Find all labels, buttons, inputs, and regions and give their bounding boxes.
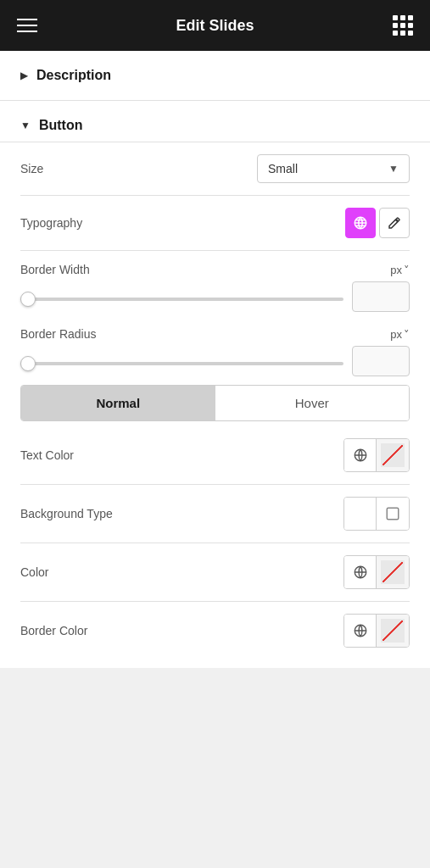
button-section: ▼ Button Size Small ▼ Typography <box>0 101 430 668</box>
border-width-label: Border Width <box>20 263 90 276</box>
strike-box <box>381 443 405 467</box>
border-color-row: Border Color <box>0 602 430 659</box>
background-type-controls <box>343 497 410 531</box>
border-width-unit-chevron: ˅ <box>404 264 410 276</box>
text-color-label: Text Color <box>20 448 74 462</box>
border-color-label: Border Color <box>20 624 87 637</box>
background-type-image-icon[interactable] <box>377 498 409 530</box>
size-row: Size Small ▼ <box>0 142 430 195</box>
state-tab-group: Normal Hover <box>20 385 410 421</box>
border-radius-input[interactable] <box>352 346 410 376</box>
hover-tab[interactable]: Hover <box>215 386 410 420</box>
description-section-header[interactable]: ▶ Description <box>0 51 430 100</box>
border-radius-slider[interactable] <box>20 362 343 365</box>
text-color-clear-icon[interactable] <box>377 439 409 471</box>
border-color-controls <box>343 614 410 648</box>
border-width-slider-row <box>0 281 430 312</box>
button-section-title: Button <box>39 118 83 133</box>
typography-edit-icon[interactable] <box>379 208 410 238</box>
color-row: Color <box>0 543 430 601</box>
border-width-unit-selector[interactable]: px ˅ <box>390 264 410 276</box>
size-dropdown-value: Small <box>268 162 298 175</box>
border-radius-unit: px <box>390 328 402 341</box>
color-label: Color <box>20 565 48 579</box>
text-color-controls <box>343 438 410 472</box>
border-radius-header: Border Radius px ˅ <box>0 315 430 346</box>
paint-svg <box>354 507 367 520</box>
border-width-slider[interactable] <box>20 298 343 301</box>
background-type-label: Background Type <box>20 507 113 520</box>
svg-rect-2 <box>387 508 399 520</box>
border-color-clear-icon[interactable] <box>377 615 409 647</box>
border-radius-unit-selector[interactable]: px ˅ <box>390 328 410 341</box>
button-section-header[interactable]: ▼ Button <box>0 101 430 142</box>
border-radius-unit-chevron: ˅ <box>404 328 410 341</box>
button-arrow-icon: ▼ <box>20 120 31 131</box>
border-color-global-icon[interactable] <box>344 615 377 647</box>
border-width-unit: px <box>390 264 402 276</box>
border-width-header: Border Width px ˅ <box>0 251 430 281</box>
background-type-row: Background Type <box>0 485 430 542</box>
typography-controls <box>345 208 410 238</box>
border-width-slider-container <box>20 289 343 304</box>
hamburger-menu-icon[interactable] <box>17 19 37 32</box>
border-radius-label: Border Radius <box>20 327 97 341</box>
globe-outline-svg <box>353 448 368 463</box>
image-svg <box>385 506 400 521</box>
page-title: Edit Slides <box>176 17 254 35</box>
color-global-icon[interactable] <box>344 556 377 588</box>
description-section-title: Description <box>36 68 111 83</box>
text-color-row: Text Color <box>0 426 430 484</box>
border-width-input[interactable] <box>352 281 410 312</box>
size-dropdown-chevron-icon: ▼ <box>388 163 399 175</box>
size-dropdown[interactable]: Small ▼ <box>257 154 410 183</box>
strike-box-2 <box>381 560 405 584</box>
typography-label: Typography <box>20 216 82 230</box>
text-color-global-icon[interactable] <box>344 439 377 471</box>
typography-row: Typography <box>0 196 430 250</box>
strike-box-3 <box>381 619 405 643</box>
color-clear-icon[interactable] <box>377 556 409 588</box>
globe-svg <box>353 215 368 231</box>
description-section: ▶ Description <box>0 51 430 101</box>
app-header: Edit Slides <box>0 0 430 51</box>
apps-grid-icon[interactable] <box>393 15 413 36</box>
color-controls <box>343 555 410 589</box>
border-radius-slider-container <box>20 353 343 369</box>
normal-tab[interactable]: Normal <box>21 386 215 420</box>
size-label: Size <box>20 162 43 175</box>
pencil-svg <box>388 216 401 230</box>
background-type-paint-icon[interactable] <box>344 498 377 530</box>
globe-outline-svg-2 <box>353 565 368 580</box>
typography-global-icon[interactable] <box>345 208 376 238</box>
description-arrow-icon: ▶ <box>20 70 28 81</box>
border-radius-slider-row <box>0 346 430 376</box>
globe-outline-svg-3 <box>353 623 368 638</box>
